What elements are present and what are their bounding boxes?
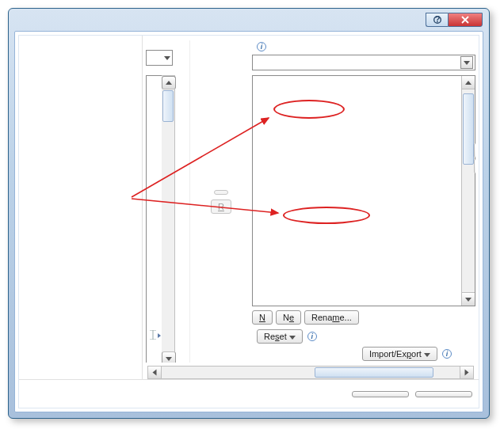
close-button[interactable] <box>448 13 483 27</box>
dialog-footer <box>19 379 479 408</box>
scroll-up-icon[interactable] <box>162 76 176 89</box>
choose-commands-dropdown[interactable] <box>146 50 173 66</box>
move-up-button[interactable] <box>474 143 475 158</box>
add-remove-panel: R <box>193 40 249 363</box>
dialog-window: ? <box>8 8 490 419</box>
cancel-button[interactable] <box>415 391 472 397</box>
ribbon-scope-dropdown[interactable] <box>252 55 475 70</box>
ok-button[interactable] <box>352 391 409 397</box>
scroll-down-icon[interactable] <box>162 351 176 363</box>
scroll-thumb[interactable] <box>162 90 174 122</box>
horizontal-scrollbar[interactable] <box>147 366 474 379</box>
ribbon-tree[interactable] <box>252 75 475 306</box>
remove-button[interactable]: R <box>211 199 231 214</box>
move-down-button[interactable] <box>474 159 475 173</box>
tree-scrollbar[interactable] <box>461 76 475 306</box>
new-tab-button[interactable]: N <box>252 310 273 325</box>
commands-panel <box>146 40 190 363</box>
rename-button[interactable]: Rename... <box>304 310 359 325</box>
reset-button[interactable]: Reset <box>257 329 303 344</box>
reorder-buttons <box>474 143 475 173</box>
scroll-thumb[interactable] <box>315 367 433 378</box>
new-group-button[interactable]: Ne <box>276 310 301 325</box>
chevron-down-icon[interactable] <box>460 56 473 69</box>
category-sidebar <box>19 36 143 379</box>
info-icon[interactable]: i <box>307 332 317 341</box>
ribbon-panel: i <box>252 40 475 363</box>
help-button[interactable]: ? <box>426 13 448 27</box>
insert-cursor-icon <box>150 330 161 340</box>
info-icon[interactable]: i <box>442 349 452 359</box>
svg-text:?: ? <box>434 16 440 24</box>
scroll-left-icon[interactable] <box>148 367 162 378</box>
scroll-right-icon[interactable] <box>460 367 473 378</box>
scroll-down-icon[interactable] <box>462 292 475 306</box>
commands-scrollbar[interactable] <box>162 75 175 363</box>
scroll-thumb[interactable] <box>463 93 474 165</box>
import-export-button[interactable]: Import/Export <box>362 347 437 361</box>
add-button[interactable] <box>214 190 228 195</box>
info-icon[interactable]: i <box>257 42 266 51</box>
scroll-up-icon[interactable] <box>462 76 475 89</box>
titlebar[interactable]: ? <box>9 9 489 31</box>
